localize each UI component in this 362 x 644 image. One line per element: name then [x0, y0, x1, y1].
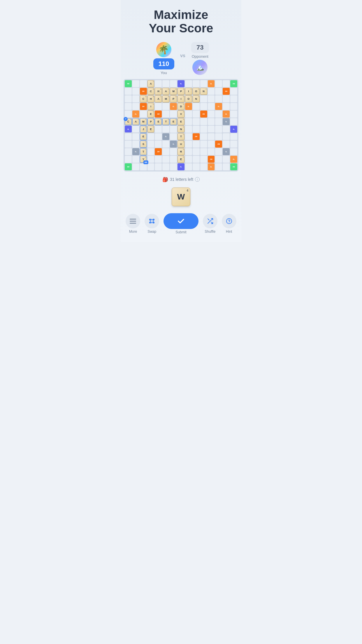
cell-0-7[interactable]: 4L	[178, 80, 184, 87]
cell-1-4[interactable]: 4H	[155, 88, 162, 95]
cell-5-6[interactable]: 1E	[170, 118, 177, 125]
cell-9-13[interactable]: 3L	[223, 148, 230, 155]
cell-11-11[interactable]: 2L	[208, 163, 215, 170]
cell-6-9[interactable]	[193, 126, 200, 133]
cell-1-11[interactable]	[208, 88, 215, 95]
cell-6-13[interactable]	[223, 126, 230, 133]
cell-8-13[interactable]	[223, 141, 230, 148]
cell-0-3[interactable]: 1A	[147, 80, 154, 87]
cell-11-13[interactable]	[223, 163, 230, 170]
cell-11-9[interactable]	[193, 163, 200, 170]
cell-9-11[interactable]	[208, 148, 215, 155]
cell-1-6[interactable]: 3M	[170, 88, 177, 95]
more-button[interactable]: More	[126, 214, 140, 234]
cell-11-14[interactable]: 3W	[230, 163, 237, 170]
cell-8-4[interactable]	[155, 141, 162, 148]
cell-6-0[interactable]: 4L	[125, 126, 132, 133]
cell-2-4[interactable]: 1A	[155, 95, 162, 102]
cell-3-11[interactable]	[208, 103, 215, 110]
cell-11-5[interactable]	[162, 163, 169, 170]
cell-8-5[interactable]	[162, 141, 169, 148]
cell-10-0[interactable]	[125, 156, 132, 163]
cell-1-9[interactable]: 1O	[193, 88, 200, 95]
cell-10-13[interactable]	[223, 156, 230, 163]
cell-8-2[interactable]: 1S	[140, 141, 147, 148]
cell-6-7[interactable]: 1N	[178, 126, 184, 133]
cell-7-4[interactable]	[155, 133, 162, 140]
cell-9-3[interactable]	[147, 148, 154, 155]
cell-9-4[interactable]: 2W	[155, 148, 162, 155]
hint-button[interactable]: Hint	[222, 214, 236, 234]
cell-0-14[interactable]: 3W	[230, 80, 237, 87]
cell-0-0[interactable]: 3W	[125, 80, 132, 87]
cell-8-0[interactable]	[125, 141, 132, 148]
submit-button[interactable]: Submit	[164, 213, 198, 234]
cell-9-8[interactable]	[185, 148, 192, 155]
cell-7-2[interactable]: 1E	[140, 133, 147, 140]
cell-4-8[interactable]	[185, 111, 192, 118]
cell-0-4[interactable]	[155, 80, 162, 87]
cell-6-12[interactable]	[215, 126, 222, 133]
cell-8-9[interactable]	[193, 141, 200, 148]
cell-2-13[interactable]	[223, 95, 230, 102]
cell-1-5[interactable]: 1A	[162, 88, 169, 95]
cell-1-7[interactable]: 3P	[178, 88, 184, 95]
game-board[interactable]: 3W1A4L2L3W2W3C4H1A3M3P1I1O1N2W3C4H1A3M3P…	[124, 79, 238, 172]
cell-4-10[interactable]: 2W	[200, 111, 207, 118]
cell-7-12[interactable]	[215, 133, 222, 140]
cell-10-6[interactable]	[170, 156, 177, 163]
cell-3-7[interactable]: 2D	[178, 103, 184, 110]
cell-2-8[interactable]: 1O	[185, 95, 192, 102]
cell-2-0[interactable]	[125, 95, 132, 102]
cell-7-1[interactable]	[132, 133, 139, 140]
cell-4-2[interactable]	[140, 111, 147, 118]
cell-1-8[interactable]: 1I	[185, 88, 192, 95]
cell-0-10[interactable]	[200, 80, 207, 87]
cell-4-12[interactable]	[215, 111, 222, 118]
cell-5-2[interactable]: 3M	[140, 118, 147, 125]
cell-5-13[interactable]: 3L	[223, 118, 230, 125]
cell-8-7[interactable]: 1U	[178, 141, 184, 148]
cell-8-10[interactable]	[200, 141, 207, 148]
cell-5-1[interactable]: 1A	[132, 118, 139, 125]
cell-10-4[interactable]	[155, 156, 162, 163]
cell-4-5[interactable]	[162, 111, 169, 118]
cell-1-10[interactable]: 1N	[200, 88, 207, 95]
cell-5-11[interactable]	[208, 118, 215, 125]
cell-11-10[interactable]	[200, 163, 207, 170]
cell-3-10[interactable]	[200, 103, 207, 110]
cell-1-2[interactable]: 2W	[140, 88, 147, 95]
cell-1-0[interactable]	[125, 88, 132, 95]
cell-1-13[interactable]: 2W	[223, 88, 230, 95]
cell-4-11[interactable]	[208, 111, 215, 118]
cell-10-8[interactable]	[185, 156, 192, 163]
cell-7-5[interactable]: 3L	[162, 133, 169, 140]
cell-6-4[interactable]	[155, 126, 162, 133]
cell-6-14[interactable]: 4L	[230, 126, 237, 133]
cell-5-5[interactable]: 1T	[162, 118, 169, 125]
cell-0-9[interactable]	[193, 80, 200, 87]
cell-9-7[interactable]: 1R	[178, 148, 184, 155]
cell-3-0[interactable]	[125, 103, 132, 110]
cell-5-14[interactable]	[230, 118, 237, 125]
cell-7-13[interactable]	[223, 133, 230, 140]
cell-8-12[interactable]: 2W	[215, 141, 222, 148]
cell-11-12[interactable]	[215, 163, 222, 170]
cell-6-11[interactable]	[208, 126, 215, 133]
cell-2-2[interactable]: 3C	[140, 95, 147, 102]
cell-10-14[interactable]: 2L	[230, 156, 237, 163]
cell-7-10[interactable]	[200, 133, 207, 140]
cell-2-14[interactable]	[230, 95, 237, 102]
cell-3-6[interactable]: 2L	[170, 103, 177, 110]
cell-5-8[interactable]	[185, 118, 192, 125]
cell-0-6[interactable]	[170, 80, 177, 87]
cell-9-9[interactable]	[193, 148, 200, 155]
cell-2-3[interactable]: 4H	[147, 95, 154, 102]
cell-5-3[interactable]: 3P	[147, 118, 154, 125]
cell-2-6[interactable]: 3P	[170, 95, 177, 102]
cell-10-10[interactable]	[200, 156, 207, 163]
cell-10-7[interactable]: 1E	[178, 156, 184, 163]
cell-8-14[interactable]	[230, 141, 237, 148]
cell-4-6[interactable]	[170, 111, 177, 118]
cell-3-13[interactable]	[223, 103, 230, 110]
